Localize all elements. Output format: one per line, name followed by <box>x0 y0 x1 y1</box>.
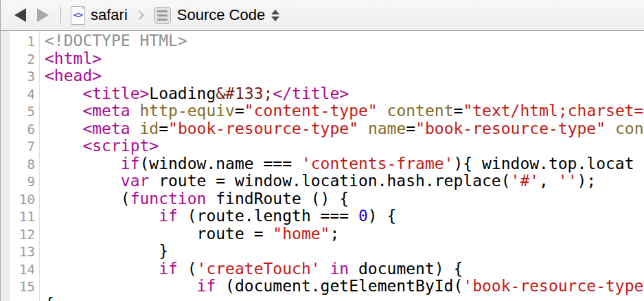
code-token-str: "book-resource-type" <box>168 120 358 137</box>
code-token-plain: findRoute () { <box>206 190 349 208</box>
code-line[interactable]: 13 } <box>1 243 644 260</box>
code-text[interactable]: if ('createTouch' in document) { <box>35 260 463 278</box>
code-token-plain: = <box>159 120 168 137</box>
line-number: 8 <box>1 156 35 174</box>
code-token-plain <box>45 102 82 120</box>
code-token-keyword: if <box>159 207 178 225</box>
code-text[interactable]: <!DOCTYPE HTML> <box>35 32 187 50</box>
code-token-tag: > <box>339 85 349 102</box>
code-editor[interactable]: 1<!DOCTYPE HTML>2<html>3<head>4 <title>L… <box>1 31 644 301</box>
code-line[interactable]: 8 if(window.name === 'contents-frame'){ … <box>1 155 644 173</box>
code-token-tag: <script> <box>82 137 159 155</box>
code-token-plain: Loading <box>149 85 216 102</box>
code-line[interactable]: 11 if (route.length === 0) { <box>1 208 644 225</box>
code-line[interactable]: 9 var route = window.location.hash.repla… <box>1 172 644 190</box>
code-token-str: '#' <box>511 172 540 190</box>
code-line[interactable]: 14 if ('createTouch' in document) { <box>1 260 644 278</box>
code-token-plain <box>45 120 82 137</box>
code-token-attr: con <box>615 120 644 137</box>
source-editor-window: <> safari Source Code 1<!DOCTYPE HTML>2<… <box>0 0 644 301</box>
line-number: 6 <box>1 121 35 139</box>
code-token-plain <box>606 120 615 137</box>
code-token-plain: = <box>235 102 244 120</box>
code-token-plain: = <box>406 120 415 137</box>
line-number: 14 <box>1 261 35 279</box>
code-token-plain: (window.name === <box>139 155 301 172</box>
code-token-plain <box>45 277 197 295</box>
code-token-plain: (document.getElementById( <box>216 277 463 295</box>
code-line[interactable]: 7 <script> <box>1 137 644 155</box>
code-token-keyword: if <box>121 155 140 172</box>
code-text[interactable]: if(window.name === 'contents-frame'){ wi… <box>35 155 634 173</box>
code-token-tag: <meta <box>82 120 130 137</box>
forward-button[interactable] <box>37 8 49 22</box>
code-token-plain: } <box>45 242 168 260</box>
line-number: 2 <box>1 51 35 69</box>
code-token-plain: { <box>45 295 54 301</box>
code-token-attr: id <box>140 120 159 137</box>
code-text[interactable]: { <box>35 296 54 301</box>
code-token-keyword: in <box>330 260 349 278</box>
code-token-plain: ); <box>577 172 596 190</box>
back-button[interactable] <box>14 8 26 22</box>
code-line[interactable]: 1<!DOCTYPE HTML> <box>1 32 644 50</box>
code-text[interactable]: } <box>35 243 168 260</box>
code-text[interactable]: if (document.getElementById('book-resour… <box>35 278 643 296</box>
code-line[interactable]: { <box>1 296 644 301</box>
code-line[interactable]: 4 <title>Loading&#133;</title> <box>1 85 644 103</box>
code-token-tag: </title <box>273 85 339 102</box>
code-text[interactable]: <script> <box>35 137 159 155</box>
page-fold-icon <box>80 6 85 11</box>
code-text[interactable]: <meta http-equiv="content-type" content=… <box>35 102 643 120</box>
line-number: 5 <box>1 103 35 121</box>
jump-bar: <> safari Source Code <box>1 0 644 31</box>
code-line[interactable]: 12 route = "home"; <box>1 225 644 243</box>
code-text[interactable]: if (route.length === 0) { <box>35 208 396 225</box>
code-token-str: "text/html;charset= <box>463 102 643 120</box>
line-number: 1 <box>1 33 35 51</box>
code-line[interactable]: 15 if (document.getElementById('book-res… <box>1 278 644 296</box>
code-token-gray: <!DOCTYPE HTML> <box>45 32 187 49</box>
code-text[interactable]: <title>Loading&#133;</title> <box>35 85 349 103</box>
code-line[interactable]: 3<head> <box>1 67 644 85</box>
code-token-ent: &#133; <box>216 85 273 102</box>
line-number: 10 <box>1 191 35 209</box>
code-token-keyword: if <box>197 277 216 295</box>
code-token-plain: document) { <box>349 260 463 278</box>
code-token-str: 'contents-frame' <box>301 155 454 172</box>
section-stepper-control[interactable] <box>271 10 279 21</box>
code-token-tag: <html> <box>45 49 102 67</box>
code-token-str: 'createTouch' <box>197 260 321 278</box>
code-token-tag: <title> <box>82 85 149 102</box>
line-number: 15 <box>1 278 35 296</box>
code-token-plain <box>45 207 159 225</box>
code-token-plain: ( <box>45 190 130 208</box>
triangle-down-icon <box>271 16 279 21</box>
code-token-str: "book-resource-type" <box>415 120 606 137</box>
code-line[interactable]: 10 (function findRoute () { <box>1 190 644 208</box>
code-token-num: 0 <box>358 207 368 225</box>
code-token-plain: ){ window.top.locat <box>453 155 634 172</box>
code-token-plain <box>45 172 121 190</box>
code-token-str: 'book-resource-type <box>463 277 643 295</box>
triangle-up-icon <box>271 10 279 14</box>
code-text[interactable]: var route = window.location.hash.replace… <box>35 172 596 190</box>
code-text[interactable]: route = "home"; <box>35 225 339 243</box>
breadcrumb-file-safari[interactable]: safari <box>91 6 128 24</box>
code-line[interactable]: 6 <meta id="book-resource-type" name="bo… <box>1 120 644 138</box>
line-number: 3 <box>1 68 35 86</box>
code-line[interactable]: 2<html> <box>1 50 644 68</box>
document-lines-icon <box>154 7 171 24</box>
line-number: 12 <box>1 226 35 244</box>
code-token-keyword: if <box>159 260 178 278</box>
code-text[interactable]: <head> <box>35 67 102 85</box>
code-text[interactable]: <html> <box>35 50 102 68</box>
code-token-attr: http-equiv <box>140 102 235 120</box>
code-token-plain <box>321 260 330 278</box>
code-token-tag: <meta <box>82 102 130 120</box>
code-text[interactable]: <meta id="book-resource-type" name="book… <box>35 120 643 138</box>
code-token-plain: ; <box>330 225 339 243</box>
breadcrumb-section-source-code[interactable]: Source Code <box>177 6 265 24</box>
code-line[interactable]: 5 <meta http-equiv="content-type" conten… <box>1 102 644 120</box>
code-text[interactable]: (function findRoute () { <box>35 190 349 208</box>
